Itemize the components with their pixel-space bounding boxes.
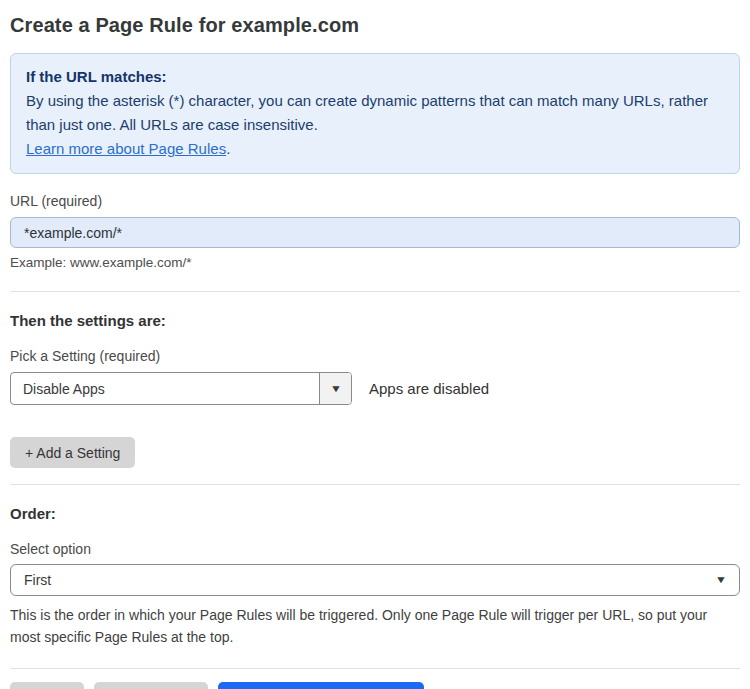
order-select-value: First — [24, 572, 51, 588]
order-select[interactable]: First ▼ — [10, 564, 740, 596]
setting-select[interactable]: Disable Apps ▼ — [10, 372, 352, 405]
chevron-down-icon: ▼ — [715, 575, 727, 585]
add-setting-button[interactable]: + Add a Setting — [10, 437, 135, 468]
create-page-rule-panel: Create a Page Rule for example.com If th… — [0, 0, 750, 689]
pick-setting-label: Pick a Setting (required) — [10, 348, 740, 364]
order-select-label: Select option — [10, 541, 740, 557]
footer-button-row: Cancel Save as Draft Save and Deploy Pag… — [10, 682, 740, 689]
setting-row: Disable Apps ▼ Apps are disabled — [10, 372, 740, 405]
section-divider — [10, 484, 740, 485]
setting-status-text: Apps are disabled — [369, 380, 489, 397]
setting-select-value: Disable Apps — [11, 373, 319, 404]
info-box-heading: If the URL matches: — [26, 65, 724, 89]
section-divider — [10, 291, 740, 292]
info-box-link-line: Learn more about Page Rules. — [26, 137, 724, 161]
link-suffix: . — [226, 140, 230, 157]
page-title: Create a Page Rule for example.com — [10, 14, 740, 37]
settings-section-heading: Then the settings are: — [10, 312, 740, 329]
url-match-info-box: If the URL matches: By using the asteris… — [10, 53, 740, 174]
chevron-down-icon: ▼ — [329, 384, 341, 394]
cancel-button[interactable]: Cancel — [10, 682, 84, 689]
order-section-heading: Order: — [10, 505, 740, 522]
url-example-helper: Example: www.example.com/* — [10, 255, 740, 270]
setting-select-arrow-button[interactable]: ▼ — [319, 373, 351, 404]
url-input[interactable] — [10, 217, 740, 248]
order-helper-text: This is the order in which your Page Rul… — [10, 604, 736, 648]
save-and-deploy-button[interactable]: Save and Deploy Page Rule — [218, 682, 424, 689]
footer-divider — [10, 668, 740, 669]
learn-more-link[interactable]: Learn more about Page Rules — [26, 140, 226, 157]
url-field-label: URL (required) — [10, 193, 740, 209]
save-as-draft-button[interactable]: Save as Draft — [94, 682, 209, 689]
info-box-body: By using the asterisk (*) character, you… — [26, 89, 724, 137]
